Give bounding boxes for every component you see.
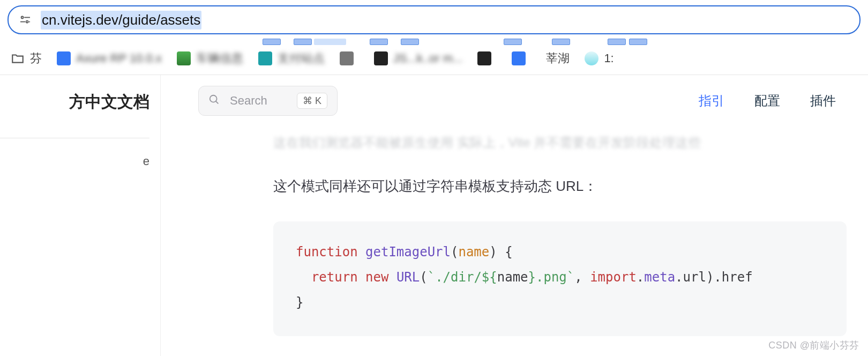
faded-previous-text: 这在我们测览器不能被原生使用 实际上，Vite 并不需要在开发阶段处理这些: [273, 134, 847, 151]
main: Search ⌘ K 指引 配置 插件 这在我们测览器不能被原生使用 实际上，V…: [161, 75, 868, 356]
code-token: return: [311, 270, 358, 285]
favicon: [258, 51, 272, 65]
topbar: Search ⌘ K 指引 配置 插件: [198, 75, 868, 127]
sidebar: 方中文文档 e: [0, 75, 161, 356]
folder-icon: [11, 51, 25, 65]
bookmark-label: Axure RP 10.0.x: [76, 51, 162, 65]
code-block[interactable]: function getImageUrl(name) { return new …: [273, 221, 847, 336]
svg-point-5: [210, 95, 217, 102]
bookmark-label: 支付站点: [278, 50, 325, 66]
paragraph: 这个模式同样还可以通过字符串模板支持动态 URL：: [273, 176, 847, 197]
divider: [0, 138, 149, 138]
code-token: ${: [482, 270, 497, 285]
code-token: import: [590, 270, 637, 285]
bookmark-folder[interactable]: 芬: [11, 50, 42, 66]
bookmark-item[interactable]: JS...k..or m...: [374, 51, 463, 65]
svg-line-6: [216, 101, 219, 104]
nav-plugins[interactable]: 插件: [810, 92, 836, 109]
watermark: CSDN @前端小芬芬: [768, 339, 859, 352]
code-token: new: [365, 270, 388, 285]
bookmark-item[interactable]: 车辆信息: [177, 50, 243, 66]
sidebar-title: 方中文文档: [0, 91, 149, 112]
code-token: `./dir/: [428, 270, 482, 285]
code-token: function: [296, 244, 358, 259]
bookmark-label: 车辆信息: [196, 50, 243, 66]
favicon: [477, 51, 491, 65]
bookmark-item[interactable]: [477, 51, 497, 65]
code-token: .png`: [536, 270, 574, 285]
bookmark-label: 莘湖: [546, 50, 570, 66]
code-token: URL: [396, 270, 420, 285]
favicon: [374, 51, 388, 65]
favicon: [57, 51, 71, 65]
bookmark-item[interactable]: 1:: [585, 51, 613, 65]
bookmark-item[interactable]: 支付站点: [258, 50, 325, 66]
bookmarks-bar: 芬 Axure RP 10.0.x 车辆信息 支付站点 JS...k..or m…: [0, 42, 868, 75]
favicon: [512, 51, 526, 65]
bookmark-label: 1:: [604, 51, 613, 65]
site-settings-icon[interactable]: [19, 15, 31, 25]
nav-links: 指引 配置 插件: [699, 92, 836, 109]
favicon: [585, 51, 598, 65]
search-shortcut: ⌘ K: [297, 93, 327, 109]
search-icon: [208, 94, 220, 108]
bookmark-item[interactable]: Axure RP 10.0.x: [57, 51, 162, 65]
code-token: name: [458, 244, 489, 259]
nav-config[interactable]: 配置: [754, 92, 780, 109]
nav-guide[interactable]: 指引: [699, 92, 724, 109]
url-text[interactable]: cn.vitejs.dev/guide/assets: [41, 11, 201, 29]
code-token: }: [528, 270, 536, 285]
search-button[interactable]: Search ⌘ K: [198, 86, 338, 116]
search-placeholder: Search: [230, 94, 287, 108]
code-token: meta: [644, 270, 675, 285]
favicon: [177, 51, 191, 65]
bookmark-label: JS...k..or m...: [393, 51, 463, 65]
bookmark-label: 芬: [30, 50, 42, 66]
favicon: [340, 51, 354, 65]
svg-point-2: [26, 21, 28, 23]
code-token: name: [497, 270, 528, 285]
code-token: url: [683, 270, 706, 285]
code-token: href: [722, 270, 753, 285]
sidebar-link[interactable]: e: [0, 154, 149, 168]
page-body: 方中文文档 e Search ⌘ K 指引 配置 插件 这在我们测览器不能被原生…: [0, 75, 868, 356]
bookmark-item[interactable]: [512, 51, 531, 65]
code-token: getImageUrl: [365, 244, 451, 259]
svg-point-0: [21, 17, 24, 19]
address-bar[interactable]: cn.vitejs.dev/guide/assets: [8, 5, 860, 34]
content: 这在我们测览器不能被原生使用 实际上，Vite 并不需要在开发阶段处理这些 这个…: [198, 127, 868, 336]
selection-handles: [0, 40, 868, 41]
bookmark-item[interactable]: [340, 51, 359, 65]
bookmark-item[interactable]: 莘湖: [546, 50, 570, 66]
